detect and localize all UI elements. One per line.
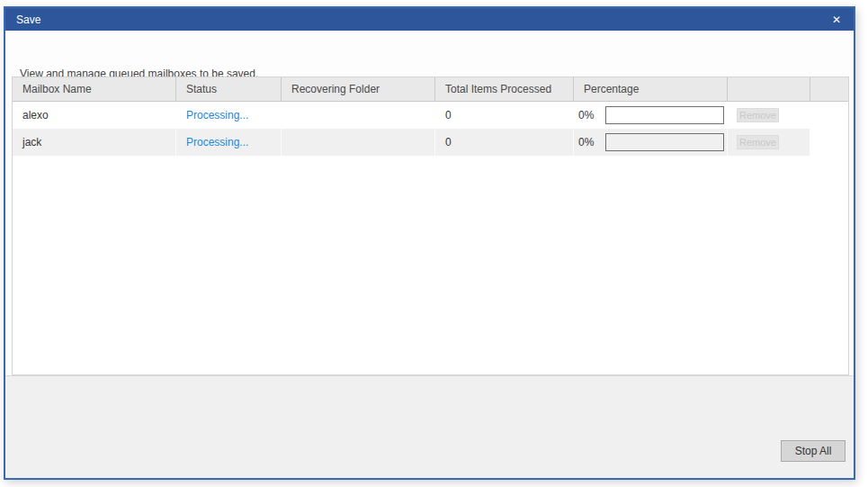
percentage-label: 0% bbox=[578, 109, 601, 122]
total-items-processed-cell: 0 bbox=[435, 102, 574, 129]
table-row[interactable]: jack Processing... 0 0% Remove bbox=[13, 129, 848, 156]
mailbox-queue-table: Mailbox Name Status Recovering Folder To… bbox=[12, 77, 849, 375]
dialog-title: Save bbox=[16, 14, 40, 26]
mailbox-name-cell: alexo bbox=[13, 102, 176, 129]
percentage-cell: 0% bbox=[574, 129, 728, 156]
titlebar[interactable]: Save ✕ bbox=[5, 8, 854, 31]
table-row[interactable]: alexo Processing... 0 0% Remove bbox=[13, 102, 848, 129]
dialog-content: View and manage queued mailboxes to be s… bbox=[5, 31, 854, 375]
dialog-footer: Stop All bbox=[5, 375, 854, 478]
column-header-remove bbox=[728, 77, 810, 101]
remove-cell: Remove bbox=[728, 102, 810, 129]
remove-button[interactable]: Remove bbox=[737, 135, 779, 149]
column-header-status: Status bbox=[176, 77, 282, 101]
status-cell: Processing... bbox=[176, 102, 282, 129]
percentage-label: 0% bbox=[578, 136, 601, 149]
column-header-recovering-folder: Recovering Folder bbox=[282, 77, 435, 101]
status-cell: Processing... bbox=[176, 129, 282, 156]
column-header-percentage: Percentage bbox=[574, 77, 728, 101]
percentage-cell: 0% bbox=[574, 102, 728, 129]
table-header-row: Mailbox Name Status Recovering Folder To… bbox=[13, 77, 848, 102]
column-header-filler bbox=[810, 77, 848, 101]
remove-cell: Remove bbox=[728, 129, 810, 156]
total-items-processed-cell: 0 bbox=[435, 129, 574, 156]
progress-bar bbox=[605, 133, 724, 151]
close-icon: ✕ bbox=[832, 14, 841, 26]
column-header-mailbox-name: Mailbox Name bbox=[13, 77, 176, 101]
recovering-folder-cell bbox=[282, 102, 435, 129]
close-button[interactable]: ✕ bbox=[828, 13, 845, 27]
recovering-folder-cell bbox=[282, 129, 435, 156]
save-dialog: Save ✕ View and manage queued mailboxes … bbox=[4, 6, 855, 480]
column-header-total-items-processed: Total Items Processed bbox=[435, 77, 574, 101]
screen-background: Save ✕ View and manage queued mailboxes … bbox=[0, 0, 868, 487]
progress-bar bbox=[605, 106, 724, 124]
mailbox-name-cell: jack bbox=[13, 129, 176, 156]
stop-all-button[interactable]: Stop All bbox=[781, 440, 846, 462]
remove-button[interactable]: Remove bbox=[737, 108, 779, 122]
